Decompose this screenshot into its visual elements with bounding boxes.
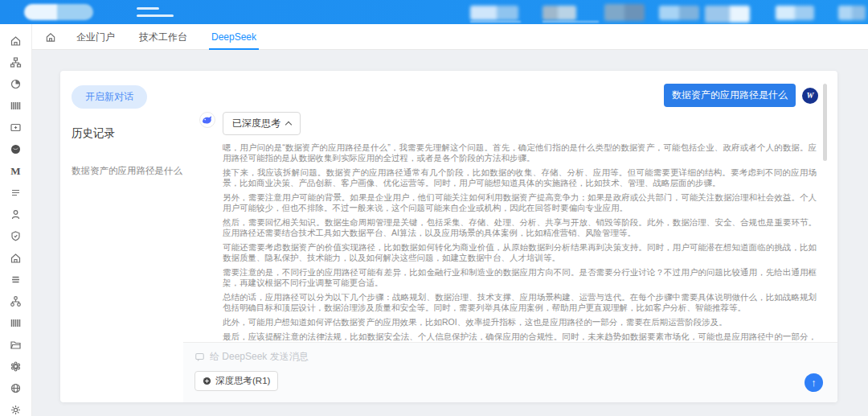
- reasoning-paragraph: 嗯，用户问的是“数据资产的应用路径是什么”，我需要先理解这个问题。首先，确定他们…: [223, 142, 817, 163]
- reasoning-paragraph: 总结的话，应用路径可以分为以下几个步骤：战略规划、数据治理、技术支撑、应用场景构…: [223, 292, 817, 313]
- home-icon-2[interactable]: [10, 252, 23, 264]
- redacted-nav-item-7[interactable]: [838, 6, 866, 20]
- reasoning-paragraph: 此外，可能用户想知道如何评估数据资产的应用效果，比如ROI、效率提升指标，这也是…: [223, 317, 817, 327]
- deep-think-label: 深度思考(R1): [215, 375, 270, 387]
- assistant-message-row: 已深度思考: [199, 112, 818, 135]
- layers-icon[interactable]: [10, 274, 23, 286]
- new-chat-button[interactable]: 开启新对话: [72, 85, 147, 109]
- reasoning-paragraph: 最后，应该提醒注意的法律法规，比如数据安全法、个人信息保护法，确保应用的合规性。…: [223, 332, 817, 342]
- letter-m-icon[interactable]: M: [10, 165, 23, 178]
- top-bar: [0, 0, 868, 24]
- tab-enterprise-portal[interactable]: 企业门户: [64, 24, 127, 50]
- reasoning-paragraph: 接下来，我应该拆解问题。数据资产的应用路径通常有几个阶段，比如数据的收集、存储、…: [223, 167, 817, 188]
- redacted-nav-item-3[interactable]: [604, 4, 645, 21]
- redacted-nav-item-6[interactable]: [776, 6, 814, 20]
- redacted-nav-item-2[interactable]: [542, 6, 576, 20]
- deep-think-toggle-button[interactable]: 深度思考(R1): [194, 371, 278, 391]
- history-title: 历史记录: [72, 126, 172, 141]
- chat-scrollbar[interactable]: [823, 84, 827, 161]
- reasoning-paragraph: 然后，需要回忆相关知识。数据生命周期管理是关键，包括采集、存储、处理、分析、共享…: [223, 217, 817, 238]
- chat-column: 数据资产的应用路径是什么 W 已深度思考 嗯，用户问的是“数据资产的应用路径是什…: [183, 71, 837, 402]
- deepseek-chat-card: 开启新对话 历史记录 数据资产的应用路径是什么 数据资产的应用路径是什么 W 已…: [60, 71, 837, 402]
- org-chart-icon[interactable]: [10, 56, 23, 68]
- deep-thought-label: 已深度思考: [232, 117, 280, 130]
- message-input[interactable]: [210, 351, 692, 362]
- composer: 深度思考(R1) ↑: [183, 342, 837, 402]
- redacted-nav-item-4[interactable]: [659, 6, 699, 20]
- tab-deepseek[interactable]: DeepSeek: [199, 24, 268, 50]
- pie-chart-icon[interactable]: [10, 78, 23, 90]
- menu-collapse-icon[interactable]: [137, 7, 174, 17]
- message-icon: [194, 352, 205, 362]
- message-scroll-area: 数据资产的应用路径是什么 W 已深度思考 嗯，用户问的是“数据资产的应用路径是什…: [183, 71, 837, 342]
- menu-lines-icon[interactable]: [10, 187, 23, 199]
- user-message-bubble: 数据资产的应用路径是什么: [664, 84, 796, 107]
- chevron-up-icon: [285, 122, 292, 128]
- deep-thought-toggle[interactable]: 已深度思考: [223, 112, 301, 135]
- reasoning-paragraph: 可能还需要考虑数据资产的价值实现路径，比如数据如何转化为商业价值，从原始数据到分…: [223, 242, 817, 263]
- tab-tech-workbench[interactable]: 技术工作台: [127, 24, 199, 50]
- barcode-icon[interactable]: [10, 100, 23, 112]
- globe-icon[interactable]: [10, 382, 23, 394]
- user-avatar: W: [802, 88, 818, 104]
- reasoning-paragraph: 另外，需要注意用户可能的背景。如果是企业用户，他们可能关注如何利用数据资产提高竞…: [223, 192, 817, 213]
- barcode-icon-2[interactable]: [10, 317, 23, 329]
- main-area: 开启新对话 历史记录 数据资产的应用路径是什么 数据资产的应用路径是什么 W 已…: [32, 50, 868, 416]
- shield-icon[interactable]: [10, 230, 23, 242]
- reasoning-paragraph: 需要注意的是，不同行业的应用路径可能有差异，比如金融行业和制造业的数据应用方向不…: [223, 267, 817, 288]
- folder-icon[interactable]: [10, 339, 23, 351]
- gear-icon[interactable]: [10, 404, 23, 416]
- card-add-icon[interactable]: [10, 122, 23, 134]
- tab-home-icon[interactable]: [45, 31, 56, 43]
- dark-globe-icon[interactable]: [10, 143, 23, 155]
- deepseek-whale-icon: [199, 112, 215, 128]
- deep-think-icon: [203, 377, 211, 385]
- icon-sidebar: M: [0, 24, 32, 416]
- send-button[interactable]: ↑: [805, 373, 823, 392]
- flower-icon[interactable]: [10, 360, 23, 373]
- user-message-row: 数据资产的应用路径是什么 W: [199, 84, 818, 107]
- app-logo-blurred: [24, 4, 93, 20]
- redacted-nav-item-1[interactable]: [470, 6, 518, 20]
- reasoning-text-block: 嗯，用户问的是“数据资产的应用路径是什么”，我需要先理解这个问题。首先，确定他们…: [223, 142, 817, 342]
- user-icon[interactable]: [10, 208, 23, 220]
- tab-bar: 企业门户 技术工作台 DeepSeek: [32, 24, 868, 50]
- history-list-item[interactable]: 数据资产的应用路径是什么: [72, 165, 172, 177]
- home-icon[interactable]: [10, 35, 23, 47]
- redacted-nav-item-5[interactable]: [705, 6, 750, 23]
- tree-icon[interactable]: [10, 295, 23, 307]
- history-panel: 开启新对话 历史记录 数据资产的应用路径是什么: [60, 71, 183, 402]
